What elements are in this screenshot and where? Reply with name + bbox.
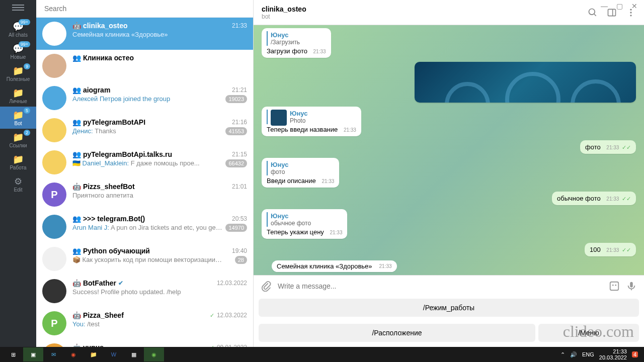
chat-list-panel: 🤖 clinika_osteo21:33 Семейная клиника «З… [36,0,254,347]
chat-header: clinika_osteo bot [254,0,644,25]
message-service[interactable]: Семейная клиника «Здоровье» 21:33 [272,260,397,272]
kb-button-location[interactable]: /Расположение [259,324,535,342]
chat-item[interactable]: P 🤖 Pizza_Sheef✓ 12.03.2022 You: /test [36,307,253,339]
taskbar-app[interactable]: ▣ [23,347,43,361]
rail-item-работа[interactable]: 📁Работа [0,151,36,173]
tray-date[interactable]: 20.03.2022 [599,354,627,360]
reply-block: Юнус /Загрузить [267,31,326,46]
read-ticks-icon: ✓✓ [622,247,631,253]
chat-title[interactable]: clinika_osteo [262,5,306,13]
read-ticks-icon: ✓✓ [622,144,631,150]
chat-item[interactable]: 👥 Клиника остео [36,50,253,82]
menu-icon[interactable] [12,3,24,12]
taskbar-app[interactable]: ▦ [124,347,144,361]
tray-sound-icon[interactable]: 🔊 [570,351,577,358]
svg-rect-8 [630,282,633,288]
svg-point-7 [615,285,616,286]
message-in[interactable]: Юнус фото Введи описание 21:33 [262,158,339,188]
kb-button-mode[interactable]: /Режим_работы [259,299,639,317]
rail-item-полезные[interactable]: 📁Полезные9 [0,62,36,84]
chat-list: 🤖 clinika_osteo21:33 Семейная клиника «З… [36,18,253,347]
read-ticks-icon: ✓✓ [622,196,631,202]
svg-point-4 [630,15,631,16]
reply-block: Юнус Photo [267,110,356,124]
search-bar [36,0,253,18]
tray-lang[interactable]: ENG [582,351,594,357]
tray-time[interactable]: 21:33 [599,348,627,354]
reply-thumb [271,110,287,126]
message-in[interactable]: Юнус /Загрузить Загрузи фото 21:33 [262,28,331,58]
taskbar[interactable]: ⊞ ▣ ✉ ◉ 📁 W ▦ ◉ ⌃ 🔊 ENG 21:33 20.03.2022… [0,347,644,362]
chat-item[interactable]: 🤖 clinika_osteo21:33 Семейная клиника «З… [36,18,253,50]
reply-block: Юнус фото [267,161,334,175]
taskbar-app[interactable]: ◉ [63,347,84,361]
message-input[interactable] [278,282,603,290]
window-minimize[interactable]: — [599,2,610,10]
attach-icon[interactable] [261,281,272,292]
chat-item[interactable]: Y 🤖 yunus✓ 09.01.2022 /start [36,339,253,347]
taskbar-app[interactable]: ✉ [43,347,63,361]
folder-rail: 💬All chats99+💬Новые99+📁Полезные9📁Личные📁… [0,0,36,347]
bot-keyboard: /Режим_работы [254,297,644,322]
svg-rect-5 [610,282,619,291]
tray-chevron-icon[interactable]: ⌃ [560,351,565,358]
taskbar-app[interactable]: ◉ [144,347,164,361]
chat-item[interactable]: 👥 aiogram21:21 Алексей Петров joined the… [36,82,253,114]
taskbar-app[interactable]: 📁 [84,347,104,361]
kb-button-menu[interactable]: /Меню [538,324,639,342]
chat-item[interactable]: 👥 pyTelegramBotAPI21:16 Денис: Thanks415… [36,114,253,146]
message-out[interactable]: обычное фото 21:33 ✓✓ [552,192,636,205]
bot-keyboard-row: /Расположение /Меню [254,322,644,347]
rail-item-личные[interactable]: 📁Личные [0,84,36,107]
chat-item[interactable]: 👥 Python обучающий19:40 📦 Как ускорить к… [36,243,253,275]
start-icon[interactable]: ⊞ [3,347,23,361]
chat-item[interactable]: P 🤖 Pizzs_sheefBot21:01 Приятного аппети… [36,178,253,211]
rail-item-all chats[interactable]: 💬All chats99+ [0,18,36,40]
message-in[interactable]: Юнус обычное фото Теперь укажи цену 21:3… [262,209,347,239]
message-area: Юнус /Загрузить Загрузи фото 21:33 Юнус … [254,25,644,275]
chat-subtitle: bot [262,13,306,20]
message-in[interactable]: Юнус Photo Теперь введи название 21:33 [262,107,361,136]
search-input[interactable] [44,5,245,13]
rail-item-bot[interactable]: 📁Bot5 [0,107,36,129]
chat-item[interactable]: 👥 pyTelegramBotApi.talks.ru21:15 🇺🇦 Dani… [36,146,253,178]
rail-item-новые[interactable]: 💬Новые99+ [0,40,36,62]
message-out[interactable]: 100 21:33 ✓✓ [585,243,636,256]
svg-point-6 [612,285,614,286]
message-out[interactable]: фото 21:33 ✓✓ [580,140,636,154]
reply-block: Юнус обычное фото [267,212,342,227]
tray-notif[interactable]: 4 [632,351,638,357]
window-maximize[interactable]: ▢ [614,2,625,10]
chat-item[interactable]: 👥 >>> telegram.Bot()20:53 Arun Mani J: A… [36,211,253,243]
window-close[interactable]: ✕ [629,2,640,10]
message-input-bar [254,275,644,297]
voice-icon[interactable] [626,281,637,292]
message-out-photo[interactable] [415,62,636,103]
taskbar-app[interactable]: W [104,347,124,361]
chat-item[interactable]: 🤖 BotFather ✔12.03.2022 Success! Profile… [36,275,253,307]
rail-item-ссылки[interactable]: 📁Ссылки2 [0,129,36,151]
conversation-panel: clinika_osteo bot Юнус /Загрузить Загруз… [254,0,644,347]
rail-item-edit[interactable]: ⚙Edit [0,173,36,195]
sticker-icon[interactable] [609,281,620,292]
